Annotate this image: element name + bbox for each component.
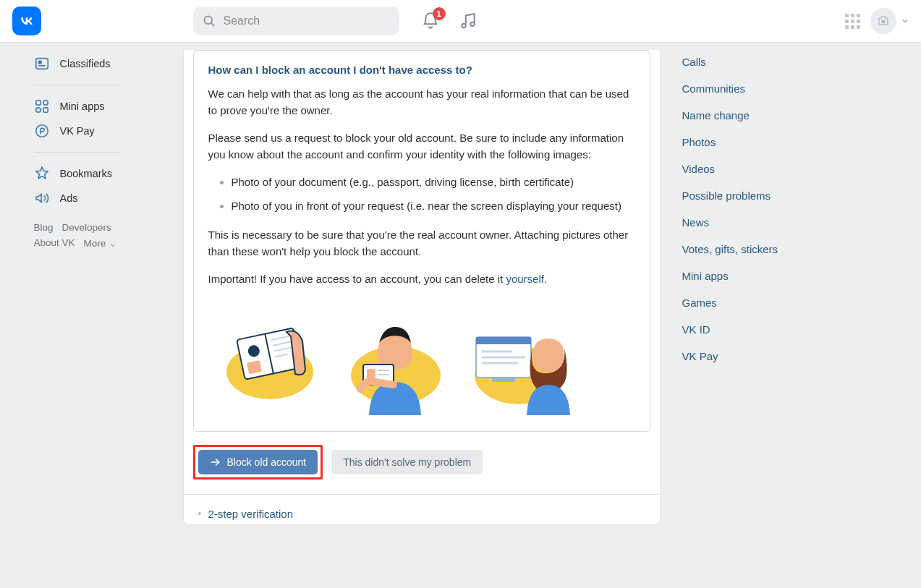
svg-rect-24 bbox=[367, 369, 375, 379]
search-icon bbox=[202, 14, 216, 28]
classifieds-icon bbox=[34, 56, 50, 72]
arrow-right-icon bbox=[210, 456, 221, 468]
mini-apps-icon bbox=[34, 98, 50, 114]
help-topic-link[interactable]: VK Pay bbox=[682, 343, 885, 370]
help-topic-link[interactable]: Games bbox=[682, 289, 885, 316]
help-topics: CallsCommunitiesName changePhotosVideosP… bbox=[682, 43, 885, 525]
chevron-down-icon bbox=[901, 17, 909, 25]
didnt-solve-button[interactable]: This didn't solve my problem bbox=[331, 450, 483, 474]
footer-more[interactable]: More ⌄ bbox=[84, 237, 118, 249]
sidebar-item-mini-apps[interactable]: Mini apps bbox=[34, 94, 151, 119]
illustration-selfie-screen bbox=[460, 299, 577, 417]
help-topic-link[interactable]: Name change bbox=[682, 102, 885, 129]
faq-paragraph: This is necessary to be sure that you're… bbox=[208, 227, 635, 260]
notification-badge: 1 bbox=[433, 7, 446, 20]
yourself-link[interactable]: yourself bbox=[506, 273, 544, 285]
help-topic-link[interactable]: Videos bbox=[682, 155, 885, 182]
chevron-down-icon: ⌄ bbox=[109, 238, 117, 249]
svg-point-2 bbox=[462, 24, 465, 27]
svg-rect-29 bbox=[476, 337, 531, 344]
sidebar-item-label: Mini apps bbox=[60, 101, 105, 112]
sidebar-item-classifieds[interactable]: Classifieds bbox=[34, 51, 151, 76]
svg-rect-5 bbox=[35, 59, 48, 69]
music-icon[interactable] bbox=[459, 12, 478, 30]
footer-about[interactable]: About VK bbox=[34, 237, 75, 249]
help-topic-link[interactable]: Communities bbox=[682, 75, 885, 102]
svg-rect-10 bbox=[35, 108, 40, 112]
svg-rect-11 bbox=[43, 108, 47, 112]
help-topic-link[interactable]: VK ID bbox=[682, 316, 885, 343]
svg-point-12 bbox=[35, 125, 48, 137]
footer-developers[interactable]: Developers bbox=[62, 222, 111, 233]
sidebar-item-label: Ads bbox=[60, 192, 78, 204]
faq-list-item: Photo of your document (e.g., passport, … bbox=[232, 174, 635, 191]
faq-paragraph: Important! If you have access to an acco… bbox=[208, 271, 635, 288]
services-icon[interactable] bbox=[845, 14, 860, 29]
help-topic-link[interactable]: Mini apps bbox=[682, 263, 885, 289]
illustration-selfie-id bbox=[334, 299, 451, 417]
highlight-box: Block old account bbox=[193, 445, 323, 480]
svg-point-3 bbox=[470, 22, 474, 26]
svg-line-1 bbox=[211, 23, 213, 26]
profile-menu[interactable] bbox=[870, 8, 909, 34]
help-topic-link[interactable]: Calls bbox=[682, 48, 885, 75]
sidebar-item-label: Bookmarks bbox=[60, 168, 113, 179]
svg-rect-33 bbox=[492, 378, 515, 382]
svg-point-4 bbox=[881, 20, 885, 23]
help-topic-link[interactable]: News bbox=[682, 209, 885, 236]
sidebar-item-vk-pay[interactable]: VK Pay bbox=[34, 119, 151, 143]
svg-rect-6 bbox=[38, 61, 41, 64]
sidebar-item-label: Classifieds bbox=[60, 58, 111, 69]
svg-rect-9 bbox=[43, 101, 47, 105]
notifications-icon[interactable]: 1 bbox=[421, 12, 440, 30]
sidebar-item-bookmarks[interactable]: Bookmarks bbox=[34, 161, 151, 186]
faq-list-item: Photo of you in front of your request (i… bbox=[232, 198, 635, 215]
avatar bbox=[870, 8, 896, 34]
faq-paragraph: We can help with that as long as the acc… bbox=[208, 86, 635, 119]
sidebar-item-ads[interactable]: Ads bbox=[34, 186, 151, 210]
svg-rect-8 bbox=[35, 101, 40, 105]
faq-paragraph: Please send us a request to block your o… bbox=[208, 130, 635, 163]
ads-icon bbox=[34, 190, 50, 206]
illustration-document bbox=[208, 299, 326, 417]
bookmarks-icon bbox=[34, 166, 50, 182]
sidebar-item-label: VK Pay bbox=[60, 125, 95, 137]
help-topic-link[interactable]: Possible problems bbox=[682, 182, 885, 209]
faq-title: How can I block an account I don't have … bbox=[208, 64, 635, 76]
vk-logo[interactable] bbox=[12, 7, 41, 35]
two-step-verification-link[interactable]: 2-step verification bbox=[198, 503, 645, 524]
vk-pay-icon bbox=[34, 123, 50, 139]
footer-blog[interactable]: Blog bbox=[34, 222, 54, 233]
search-input[interactable] bbox=[224, 14, 391, 27]
search-box[interactable] bbox=[193, 7, 399, 35]
help-topic-link[interactable]: Photos bbox=[682, 129, 885, 155]
help-topic-link[interactable]: Votes, gifts, stickers bbox=[682, 236, 885, 263]
block-old-account-button[interactable]: Block old account bbox=[198, 450, 318, 474]
